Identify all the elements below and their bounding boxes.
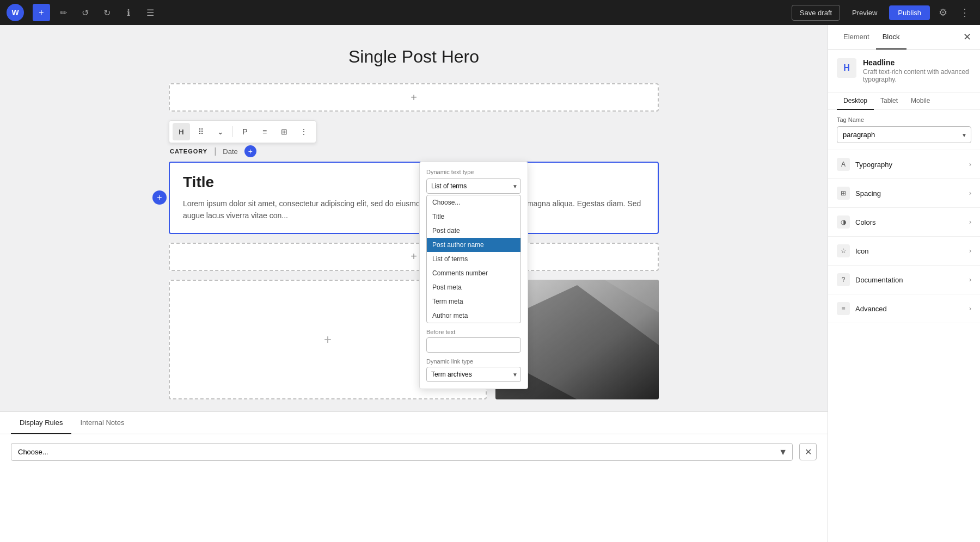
dropdown-post-author-name-item[interactable]: Post author name [427,238,520,252]
tag-name-label: Tag Name [837,116,971,123]
preview-button[interactable]: Preview [844,5,885,20]
typography-accordion-left: A Typography [837,158,892,171]
sidebar-tabs: Element Block ✕ [828,25,980,50]
add-block-bottom-left[interactable]: + [169,243,659,271]
info-button[interactable]: ℹ [120,4,137,21]
documentation-icon: ? [837,273,850,286]
main-layout: Single Post Hero + H ⠿ ⌄ P ≡ ⊞ ⋮ [0,25,980,542]
block-wrapper: + Title Lorem ipsum dolor sit amet, cons… [169,162,659,234]
display-rules-tab[interactable]: Display Rules [11,412,71,434]
before-text-label: Before text [426,329,521,335]
bottom-content: Choose... ▼ ✕ [0,434,828,542]
dynamic-popup: Dynamic text type List of terms ▼ Choose… [419,162,528,389]
block-container: + H ⠿ ⌄ P ≡ ⊞ ⋮ CATEGORY | Date [169,83,659,411]
advanced-accordion-header[interactable]: ≡ Advanced › [828,294,980,323]
block-tab[interactable]: Block [876,25,906,50]
page-title-area: Single Post Hero [169,47,659,67]
meta-bar: CATEGORY | Date + [169,145,659,157]
block-info-desc: Craft text-rich content with advanced ty… [863,68,971,83]
block-title: Title [183,174,645,191]
right-sidebar: Element Block ✕ H Headline Craft text-ri… [828,25,980,542]
db-button[interactable]: ⊞ [275,123,293,140]
typography-accordion-header[interactable]: A Typography › [828,150,980,178]
bottom-choose-wrap: Choose... ▼ [11,443,793,461]
colors-icon: ◑ [837,215,850,229]
documentation-section: ? Documentation › [828,266,980,294]
dropdown-title-item[interactable]: Title [427,210,520,224]
paragraph-button[interactable]: P [236,123,254,140]
save-draft-button[interactable]: Save draft [792,5,840,21]
spacing-section: ⊞ Spacing › [828,179,980,208]
settings-gear-button[interactable]: ⚙ [934,4,952,21]
icon-chevron-icon: › [969,247,971,255]
toolbar-separator [232,126,233,137]
spacing-icon: ⊞ [837,187,850,200]
dropdown-list-of-terms-item[interactable]: List of terms [427,252,520,266]
add-icon-bottom-left: + [411,250,417,263]
tag-name-select[interactable]: paragraph h1 h2 h3 h4 h5 h6 [837,126,971,143]
drag-handle-button[interactable]: ⠿ [192,123,210,140]
spacing-chevron-icon: › [969,189,971,197]
documentation-accordion-header[interactable]: ? Documentation › [828,266,980,294]
meta-separator: | [214,146,216,156]
mobile-tab[interactable]: Mobile [904,93,936,110]
dropdown-post-date-item[interactable]: Post date [427,224,520,238]
block-body: Lorem ipsum dolor sit amet, consectetur … [183,198,645,222]
block-info: H Headline Craft text-rich content with … [828,50,980,93]
dynamic-text-select[interactable]: List of terms [426,178,521,194]
colors-accordion-header[interactable]: ◑ Colors › [828,208,980,236]
bottom-tabs: Display Rules Internal Notes [0,412,828,434]
bottom-bar: Display Rules Internal Notes Choose... ▼… [0,411,828,542]
tag-name-select-wrap: paragraph h1 h2 h3 h4 h5 h6 ▼ [837,126,971,143]
dropdown-post-meta-item[interactable]: Post meta [427,280,520,294]
icon-section: ☆ Icon › [828,237,980,266]
dynamic-text-dropdown-list: Choose... Title Post date Post author na… [426,195,521,323]
block-info-text: Headline Craft text-rich content with ad… [863,58,971,83]
more-toolbar-button[interactable]: ⋮ [295,123,313,140]
dynamic-text-select-wrap: List of terms ▼ [426,178,521,194]
add-block-button[interactable]: + [33,4,50,21]
heading-button[interactable]: H [173,123,190,140]
documentation-label: Documentation [855,276,903,284]
bottom-close-button[interactable]: ✕ [799,443,817,460]
block-add-left-button[interactable]: + [152,190,167,205]
advanced-section: ≡ Advanced › [828,294,980,323]
advanced-label: Advanced [855,305,887,313]
spacing-accordion-header[interactable]: ⊞ Spacing › [828,179,980,207]
dynamic-link-select[interactable]: Term archives [426,367,521,382]
topbar-actions: Save draft Preview Publish ⚙ ⋮ [792,4,973,21]
edit-icon-button[interactable]: ✏ [54,4,72,21]
more-options-button[interactable]: ⋮ [956,4,973,21]
dynamic-link-select-wrap: Term archives ▼ [426,367,521,382]
spacing-accordion-left: ⊞ Spacing [837,187,881,200]
dropdown-comments-number-item[interactable]: Comments number [427,266,520,280]
list-view-button[interactable]: ☰ [142,4,159,21]
undo-button[interactable]: ↺ [76,4,94,21]
advanced-icon: ≡ [837,302,850,315]
publish-button[interactable]: Publish [889,5,930,20]
sidebar-close-button[interactable]: ✕ [963,31,971,43]
desktop-tab[interactable]: Desktop [837,93,874,110]
block-content[interactable]: Title Lorem ipsum dolor sit amet, consec… [169,162,659,234]
add-block-top[interactable]: + [169,83,659,112]
block-info-name: Headline [863,58,971,67]
colors-label: Colors [855,218,876,226]
align-button[interactable]: ≡ [256,123,273,140]
icon-accordion-header[interactable]: ☆ Icon › [828,237,980,265]
dropdown-author-meta-item[interactable]: Author meta [427,309,520,323]
before-text-input[interactable] [426,337,521,353]
dropdown-term-meta-item[interactable]: Term meta [427,294,520,309]
meta-add-button[interactable]: + [244,145,256,157]
internal-notes-tab[interactable]: Internal Notes [71,412,133,434]
typography-chevron-icon: › [969,161,971,168]
dropdown-choose-item[interactable]: Choose... [427,195,520,210]
tablet-tab[interactable]: Tablet [874,93,904,110]
element-tab[interactable]: Element [837,25,876,50]
spacing-label: Spacing [855,189,881,198]
redo-button[interactable]: ↻ [98,4,115,21]
block-info-icon: H [837,58,856,78]
move-button[interactable]: ⌄ [212,123,229,140]
bottom-choose-select[interactable]: Choose... [11,443,793,461]
typography-section: A Typography › [828,150,980,179]
center-add-btn-row: + [169,410,659,411]
